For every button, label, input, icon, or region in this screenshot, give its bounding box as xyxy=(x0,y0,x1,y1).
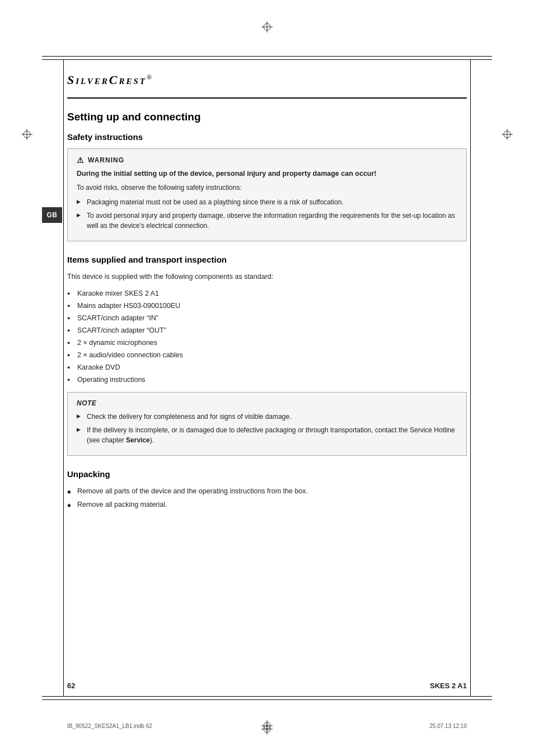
list-item: 2 × dynamic microphones xyxy=(67,337,467,348)
logo-rule xyxy=(67,97,467,99)
vline-right xyxy=(470,60,471,696)
section-safety-title: Safety instructions xyxy=(67,132,467,142)
footer: 62 SKES 2 A1 xyxy=(67,682,467,690)
warning-header: ⚠ WARNING xyxy=(77,156,457,165)
items-intro: This device is supplied with the followi… xyxy=(67,271,467,282)
items-supplied-list: Karaoke mixer SKES 2 A1 Mains adapter HS… xyxy=(67,288,467,385)
warning-item: Packaging material must not be used as a… xyxy=(77,197,457,207)
note-box: NOTE Check the delivery for completeness… xyxy=(67,392,467,456)
crosshair-top xyxy=(261,21,273,32)
rule-bottom xyxy=(42,699,492,700)
list-item: SCART/cinch adapter “IN” xyxy=(67,312,467,324)
section-items-title: Items supplied and transport inspection xyxy=(67,255,467,264)
print-info-right: 25.07.13 12:10 xyxy=(429,723,467,729)
note-header: NOTE xyxy=(77,399,457,407)
section-unpacking-title: Unpacking xyxy=(67,469,467,479)
list-item: Operating instructions xyxy=(67,374,467,385)
unpacking-item: Remove all parts of the device and the o… xyxy=(67,486,467,497)
country-badge: GB xyxy=(42,207,62,223)
warning-main-text: During the initial setting up of the dev… xyxy=(77,169,457,179)
brand-name-crest: Crest xyxy=(109,73,147,87)
brand-name-silver: Silver xyxy=(67,73,109,87)
list-item: Mains adapter HS03-0900100EU xyxy=(67,300,467,311)
list-item: SCART/cinch adapter “OUT” xyxy=(67,325,467,336)
warning-list: Packaging material must not be used as a… xyxy=(77,197,457,231)
trademark-symbol: ® xyxy=(147,73,153,81)
product-code: SKES 2 A1 xyxy=(430,682,467,690)
unpacking-item: Remove all packing material. xyxy=(67,499,467,510)
rule-top-inner xyxy=(42,59,492,60)
list-item: Karaoke DVD xyxy=(67,362,467,373)
note-item: Check the delivery for completeness and … xyxy=(77,412,457,422)
main-content: SilverCrest® Setting up and connecting S… xyxy=(67,64,467,692)
warning-box: ⚠ WARNING During the initial setting up … xyxy=(67,148,467,241)
print-center-crosshair xyxy=(261,720,273,732)
list-item: Karaoke mixer SKES 2 A1 xyxy=(67,288,467,299)
rule-top xyxy=(42,56,492,57)
crosshair-left xyxy=(21,129,32,140)
warning-intro-text: To avoid risks, observe the following sa… xyxy=(77,183,457,193)
crosshair-right xyxy=(502,129,513,140)
brand-logo: SilverCrest® xyxy=(67,73,467,87)
vline-left xyxy=(63,60,64,696)
print-info: IB_90522_SKES2A1_LB1.indb 62 25.07.13 12… xyxy=(0,723,534,729)
page-number: 62 xyxy=(67,682,75,690)
print-info-left: IB_90522_SKES2A1_LB1.indb 62 xyxy=(67,723,152,729)
note-item: If the delivery is incomplete, or is dam… xyxy=(77,425,457,445)
section-main-title: Setting up and connecting xyxy=(67,111,467,123)
rule-bottom-inner xyxy=(42,696,492,697)
warning-triangle-icon: ⚠ xyxy=(77,156,85,165)
warning-item: To avoid personal injury and property da… xyxy=(77,211,457,231)
note-list: Check the delivery for completeness and … xyxy=(77,412,457,445)
unpacking-list: Remove all parts of the device and the o… xyxy=(67,486,467,510)
list-item: 2 × audio/video connection cables xyxy=(67,349,467,361)
page: GB SilverCrest® Setting up and connectin… xyxy=(0,0,534,756)
